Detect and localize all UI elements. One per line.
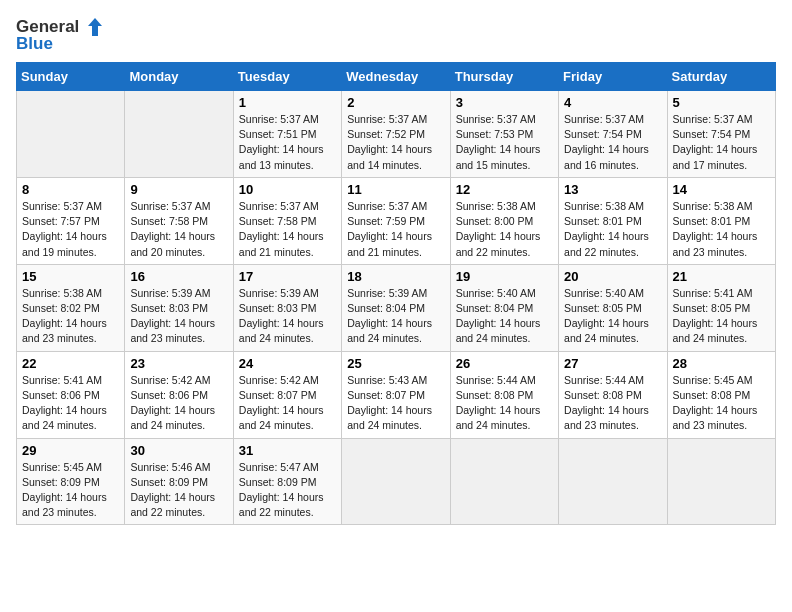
calendar-cell: 28Sunrise: 5:45 AMSunset: 8:08 PMDayligh… [667, 351, 775, 438]
day-detail: Sunrise: 5:37 AMSunset: 7:52 PMDaylight:… [347, 112, 444, 173]
calendar-cell: 14Sunrise: 5:38 AMSunset: 8:01 PMDayligh… [667, 177, 775, 264]
day-number: 15 [22, 269, 119, 284]
day-number: 31 [239, 443, 336, 458]
calendar-cell [559, 438, 667, 525]
day-detail: Sunrise: 5:42 AMSunset: 8:07 PMDaylight:… [239, 373, 336, 434]
header: General Blue [16, 16, 776, 54]
day-number: 13 [564, 182, 661, 197]
day-header-saturday: Saturday [667, 63, 775, 91]
calendar-cell: 31Sunrise: 5:47 AMSunset: 8:09 PMDayligh… [233, 438, 341, 525]
week-row: 8Sunrise: 5:37 AMSunset: 7:57 PMDaylight… [17, 177, 776, 264]
calendar-table: SundayMondayTuesdayWednesdayThursdayFrid… [16, 62, 776, 525]
day-number: 27 [564, 356, 661, 371]
calendar-cell [125, 91, 233, 178]
day-number: 26 [456, 356, 553, 371]
day-detail: Sunrise: 5:38 AMSunset: 8:01 PMDaylight:… [564, 199, 661, 260]
day-number: 10 [239, 182, 336, 197]
calendar-cell: 22Sunrise: 5:41 AMSunset: 8:06 PMDayligh… [17, 351, 125, 438]
calendar-cell: 20Sunrise: 5:40 AMSunset: 8:05 PMDayligh… [559, 264, 667, 351]
calendar-cell: 2Sunrise: 5:37 AMSunset: 7:52 PMDaylight… [342, 91, 450, 178]
calendar-cell: 5Sunrise: 5:37 AMSunset: 7:54 PMDaylight… [667, 91, 775, 178]
calendar-cell: 10Sunrise: 5:37 AMSunset: 7:58 PMDayligh… [233, 177, 341, 264]
calendar-cell: 3Sunrise: 5:37 AMSunset: 7:53 PMDaylight… [450, 91, 558, 178]
day-detail: Sunrise: 5:41 AMSunset: 8:06 PMDaylight:… [22, 373, 119, 434]
day-number: 2 [347, 95, 444, 110]
day-number: 8 [22, 182, 119, 197]
day-detail: Sunrise: 5:46 AMSunset: 8:09 PMDaylight:… [130, 460, 227, 521]
calendar-cell: 17Sunrise: 5:39 AMSunset: 8:03 PMDayligh… [233, 264, 341, 351]
day-header-friday: Friday [559, 63, 667, 91]
day-detail: Sunrise: 5:38 AMSunset: 8:00 PMDaylight:… [456, 199, 553, 260]
day-detail: Sunrise: 5:43 AMSunset: 8:07 PMDaylight:… [347, 373, 444, 434]
day-number: 1 [239, 95, 336, 110]
day-header-thursday: Thursday [450, 63, 558, 91]
day-number: 9 [130, 182, 227, 197]
day-detail: Sunrise: 5:37 AMSunset: 7:54 PMDaylight:… [564, 112, 661, 173]
day-detail: Sunrise: 5:40 AMSunset: 8:04 PMDaylight:… [456, 286, 553, 347]
day-detail: Sunrise: 5:44 AMSunset: 8:08 PMDaylight:… [564, 373, 661, 434]
week-row: 15Sunrise: 5:38 AMSunset: 8:02 PMDayligh… [17, 264, 776, 351]
day-header-monday: Monday [125, 63, 233, 91]
day-number: 20 [564, 269, 661, 284]
day-detail: Sunrise: 5:37 AMSunset: 7:57 PMDaylight:… [22, 199, 119, 260]
calendar-cell: 13Sunrise: 5:38 AMSunset: 8:01 PMDayligh… [559, 177, 667, 264]
day-number: 28 [673, 356, 770, 371]
day-number: 4 [564, 95, 661, 110]
day-detail: Sunrise: 5:37 AMSunset: 7:53 PMDaylight:… [456, 112, 553, 173]
day-detail: Sunrise: 5:40 AMSunset: 8:05 PMDaylight:… [564, 286, 661, 347]
svg-marker-0 [88, 18, 102, 36]
day-header-tuesday: Tuesday [233, 63, 341, 91]
day-number: 19 [456, 269, 553, 284]
day-number: 29 [22, 443, 119, 458]
calendar-cell: 1Sunrise: 5:37 AMSunset: 7:51 PMDaylight… [233, 91, 341, 178]
calendar-cell: 9Sunrise: 5:37 AMSunset: 7:58 PMDaylight… [125, 177, 233, 264]
day-detail: Sunrise: 5:45 AMSunset: 8:08 PMDaylight:… [673, 373, 770, 434]
calendar-cell [17, 91, 125, 178]
calendar-cell: 27Sunrise: 5:44 AMSunset: 8:08 PMDayligh… [559, 351, 667, 438]
day-detail: Sunrise: 5:45 AMSunset: 8:09 PMDaylight:… [22, 460, 119, 521]
day-detail: Sunrise: 5:38 AMSunset: 8:02 PMDaylight:… [22, 286, 119, 347]
calendar-cell [342, 438, 450, 525]
day-detail: Sunrise: 5:37 AMSunset: 7:59 PMDaylight:… [347, 199, 444, 260]
calendar-cell: 23Sunrise: 5:42 AMSunset: 8:06 PMDayligh… [125, 351, 233, 438]
calendar-cell: 18Sunrise: 5:39 AMSunset: 8:04 PMDayligh… [342, 264, 450, 351]
calendar-cell: 16Sunrise: 5:39 AMSunset: 8:03 PMDayligh… [125, 264, 233, 351]
day-number: 5 [673, 95, 770, 110]
calendar-cell: 21Sunrise: 5:41 AMSunset: 8:05 PMDayligh… [667, 264, 775, 351]
day-number: 22 [22, 356, 119, 371]
day-detail: Sunrise: 5:37 AMSunset: 7:58 PMDaylight:… [130, 199, 227, 260]
day-detail: Sunrise: 5:37 AMSunset: 7:54 PMDaylight:… [673, 112, 770, 173]
day-number: 21 [673, 269, 770, 284]
day-number: 3 [456, 95, 553, 110]
logo-arrow-icon [81, 16, 103, 38]
calendar-cell: 11Sunrise: 5:37 AMSunset: 7:59 PMDayligh… [342, 177, 450, 264]
day-detail: Sunrise: 5:42 AMSunset: 8:06 PMDaylight:… [130, 373, 227, 434]
day-number: 25 [347, 356, 444, 371]
week-row: 1Sunrise: 5:37 AMSunset: 7:51 PMDaylight… [17, 91, 776, 178]
day-number: 16 [130, 269, 227, 284]
calendar-cell: 4Sunrise: 5:37 AMSunset: 7:54 PMDaylight… [559, 91, 667, 178]
day-detail: Sunrise: 5:41 AMSunset: 8:05 PMDaylight:… [673, 286, 770, 347]
calendar-cell: 19Sunrise: 5:40 AMSunset: 8:04 PMDayligh… [450, 264, 558, 351]
calendar-cell: 25Sunrise: 5:43 AMSunset: 8:07 PMDayligh… [342, 351, 450, 438]
week-row: 29Sunrise: 5:45 AMSunset: 8:09 PMDayligh… [17, 438, 776, 525]
calendar-cell: 8Sunrise: 5:37 AMSunset: 7:57 PMDaylight… [17, 177, 125, 264]
logo-blue: Blue [16, 34, 53, 54]
day-number: 12 [456, 182, 553, 197]
calendar-cell: 29Sunrise: 5:45 AMSunset: 8:09 PMDayligh… [17, 438, 125, 525]
day-detail: Sunrise: 5:38 AMSunset: 8:01 PMDaylight:… [673, 199, 770, 260]
calendar-cell [667, 438, 775, 525]
calendar-cell: 24Sunrise: 5:42 AMSunset: 8:07 PMDayligh… [233, 351, 341, 438]
logo: General Blue [16, 16, 103, 54]
calendar-cell: 15Sunrise: 5:38 AMSunset: 8:02 PMDayligh… [17, 264, 125, 351]
day-detail: Sunrise: 5:37 AMSunset: 7:51 PMDaylight:… [239, 112, 336, 173]
day-number: 17 [239, 269, 336, 284]
day-detail: Sunrise: 5:39 AMSunset: 8:03 PMDaylight:… [130, 286, 227, 347]
day-number: 11 [347, 182, 444, 197]
calendar-cell: 12Sunrise: 5:38 AMSunset: 8:00 PMDayligh… [450, 177, 558, 264]
week-row: 22Sunrise: 5:41 AMSunset: 8:06 PMDayligh… [17, 351, 776, 438]
day-detail: Sunrise: 5:37 AMSunset: 7:58 PMDaylight:… [239, 199, 336, 260]
calendar-cell [450, 438, 558, 525]
day-number: 24 [239, 356, 336, 371]
day-detail: Sunrise: 5:39 AMSunset: 8:03 PMDaylight:… [239, 286, 336, 347]
